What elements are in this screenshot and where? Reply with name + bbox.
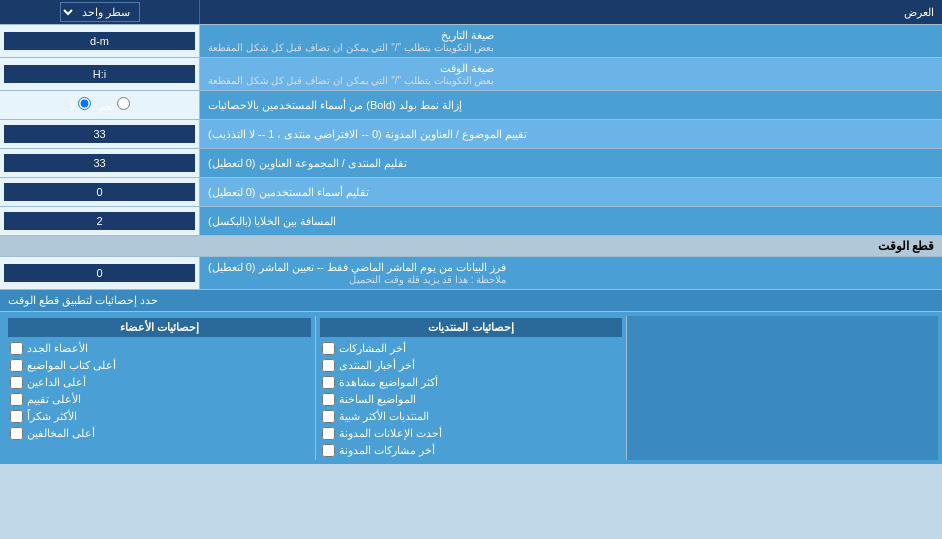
forum-stat-2-checkbox[interactable] bbox=[322, 359, 335, 372]
member-stat-5: الأكثر شكراً bbox=[8, 409, 311, 424]
time-cut-row-note: ملاحظة : هذا قد يزيد قلة وقت التحميل bbox=[208, 274, 506, 285]
forum-stat-5: المنتديات الأكثر شبية bbox=[320, 409, 623, 424]
forum-stat-3: أكثر المواضيع مشاهدة bbox=[320, 375, 623, 390]
forum-stat-5-checkbox[interactable] bbox=[322, 410, 335, 423]
time-cut-title: قطع الوقت bbox=[878, 239, 934, 253]
topics-order-input-cell bbox=[0, 120, 200, 148]
main-container: العرض سطر واحد سطرين ثلاثة أسطر صيغة الت… bbox=[0, 0, 942, 464]
usernames-trim-label: تقليم أسماء المستخدمين (0 لتعطيل) bbox=[200, 178, 942, 206]
time-cut-row-label: فرز البيانات من يوم الماشر الماضي فقط --… bbox=[208, 261, 506, 274]
forum-order-input-cell bbox=[0, 149, 200, 177]
usernames-trim-title: تقليم أسماء المستخدمين (0 لتعطيل) bbox=[208, 186, 369, 199]
time-format-row: صيغة الوقت بعض التكوينات يتطلب "/" التي … bbox=[0, 58, 942, 91]
cell-spacing-row: المسافة بين الخلايا (بالبكسل) bbox=[0, 207, 942, 236]
header-label: العرض bbox=[200, 3, 942, 22]
time-cut-label: فرز البيانات من يوم الماشر الماضي فقط --… bbox=[200, 257, 942, 289]
time-format-title: صيغة الوقت bbox=[208, 62, 494, 75]
member-stats-header: إحصائيات الأعضاء bbox=[8, 318, 311, 337]
forum-stat-3-checkbox[interactable] bbox=[322, 376, 335, 389]
cell-spacing-label: المسافة بين الخلايا (بالبكسل) bbox=[200, 207, 942, 235]
usernames-trim-row: تقليم أسماء المستخدمين (0 لتعطيل) bbox=[0, 178, 942, 207]
date-format-input-cell bbox=[0, 25, 200, 57]
bold-yes-label: نعم bbox=[99, 97, 130, 113]
member-stat-1: الأعضاء الجدد bbox=[8, 341, 311, 356]
time-cut-header: قطع الوقت bbox=[0, 236, 942, 257]
forum-stat-1-checkbox[interactable] bbox=[322, 342, 335, 355]
forum-stat-6: أحدث الإعلانات المدونة bbox=[320, 426, 623, 441]
forum-order-label: تقليم المنتدى / المجموعة العناوين (0 لتع… bbox=[200, 149, 942, 177]
usernames-trim-input[interactable] bbox=[4, 183, 195, 201]
member-stat-6: أعلى المخالفين bbox=[8, 426, 311, 441]
forum-order-row: تقليم المنتدى / المجموعة العناوين (0 لتع… bbox=[0, 149, 942, 178]
topics-order-label: تقييم الموضوع / العناوين المدونة (0 -- ا… bbox=[200, 120, 942, 148]
date-format-input[interactable] bbox=[4, 32, 195, 50]
time-cut-input[interactable] bbox=[4, 264, 195, 282]
topics-order-row: تقييم الموضوع / العناوين المدونة (0 -- ا… bbox=[0, 120, 942, 149]
forum-stat-7-checkbox[interactable] bbox=[322, 444, 335, 457]
time-format-input[interactable] bbox=[4, 65, 195, 83]
member-stat-1-checkbox[interactable] bbox=[10, 342, 23, 355]
header-dropdown-cell: سطر واحد سطرين ثلاثة أسطر bbox=[0, 0, 200, 24]
date-format-label: صيغة التاريخ بعض التكوينات يتطلب "/" الت… bbox=[200, 25, 942, 57]
member-stat-2-checkbox[interactable] bbox=[10, 359, 23, 372]
limit-title: حدد إحصائيات لتطبيق قطع الوقت bbox=[8, 294, 158, 307]
member-stat-4-checkbox[interactable] bbox=[10, 393, 23, 406]
bold-no-label: لا bbox=[69, 97, 91, 113]
bold-label: إزالة نمط بولد (Bold) من أسماء المستخدمي… bbox=[200, 91, 942, 119]
time-format-input-cell bbox=[0, 58, 200, 90]
bold-no-radio[interactable] bbox=[78, 97, 91, 110]
forum-order-input[interactable] bbox=[4, 154, 195, 172]
member-stat-3-checkbox[interactable] bbox=[10, 376, 23, 389]
date-format-note: بعض التكوينات يتطلب "/" التي يمكن ان تضا… bbox=[208, 42, 494, 53]
member-stat-4: الأعلى تقييم bbox=[8, 392, 311, 407]
stats-grid: إحصائيات المنتديات أخر المشاركات أخر أخب… bbox=[4, 316, 938, 460]
member-stats-col: إحصائيات الأعضاء الأعضاء الجدد أعلى كتاب… bbox=[4, 316, 315, 460]
member-stat-5-checkbox[interactable] bbox=[10, 410, 23, 423]
bold-radio-group: نعم لا bbox=[61, 95, 138, 115]
bold-row: إزالة نمط بولد (Bold) من أسماء المستخدمي… bbox=[0, 91, 942, 120]
limit-label-text: حدد إحصائيات لتطبيق قطع الوقت bbox=[0, 290, 942, 311]
forum-order-title: تقليم المنتدى / المجموعة العناوين (0 لتع… bbox=[208, 157, 407, 170]
forum-stat-4-checkbox[interactable] bbox=[322, 393, 335, 406]
forum-stats-col: إحصائيات المنتديات أخر المشاركات أخر أخب… bbox=[315, 316, 628, 460]
forum-stat-7: أخر مشاركات المدونة bbox=[320, 443, 623, 458]
member-stat-3: أعلى الداعين bbox=[8, 375, 311, 390]
header-title: العرض bbox=[904, 6, 934, 18]
topics-order-input[interactable] bbox=[4, 125, 195, 143]
stats-section: إحصائيات المنتديات أخر المشاركات أخر أخب… bbox=[0, 312, 942, 464]
forum-stat-2: أخر أخبار المنتدى bbox=[320, 358, 623, 373]
member-stat-2: أعلى كتاب المواضيع bbox=[8, 358, 311, 373]
limit-area bbox=[627, 316, 938, 460]
date-format-title: صيغة التاريخ bbox=[208, 29, 494, 42]
time-cut-input-cell bbox=[0, 257, 200, 289]
time-format-note: بعض التكوينات يتطلب "/" التي يمكن ان تضا… bbox=[208, 75, 494, 86]
forum-stats-header: إحصائيات المنتديات bbox=[320, 318, 623, 337]
cell-spacing-title: المسافة بين الخلايا (بالبكسل) bbox=[208, 215, 337, 228]
date-format-row: صيغة التاريخ بعض التكوينات يتطلب "/" الت… bbox=[0, 25, 942, 58]
limit-row: حدد إحصائيات لتطبيق قطع الوقت bbox=[0, 290, 942, 312]
forum-stat-6-checkbox[interactable] bbox=[322, 427, 335, 440]
cell-spacing-input-cell bbox=[0, 207, 200, 235]
forum-stat-1: أخر المشاركات bbox=[320, 341, 623, 356]
display-mode-select[interactable]: سطر واحد سطرين ثلاثة أسطر bbox=[60, 2, 140, 22]
time-format-label: صيغة الوقت بعض التكوينات يتطلب "/" التي … bbox=[200, 58, 942, 90]
header-row: العرض سطر واحد سطرين ثلاثة أسطر bbox=[0, 0, 942, 25]
bold-radio-cell: نعم لا bbox=[0, 91, 200, 119]
cell-spacing-input[interactable] bbox=[4, 212, 195, 230]
bold-yes-radio[interactable] bbox=[117, 97, 130, 110]
topics-order-title: تقييم الموضوع / العناوين المدونة (0 -- ا… bbox=[208, 128, 527, 141]
usernames-trim-input-cell bbox=[0, 178, 200, 206]
bold-title: إزالة نمط بولد (Bold) من أسماء المستخدمي… bbox=[208, 99, 462, 112]
time-cut-row: فرز البيانات من يوم الماشر الماضي فقط --… bbox=[0, 257, 942, 290]
member-stat-6-checkbox[interactable] bbox=[10, 427, 23, 440]
forum-stat-4: المواضيع الساخنة bbox=[320, 392, 623, 407]
